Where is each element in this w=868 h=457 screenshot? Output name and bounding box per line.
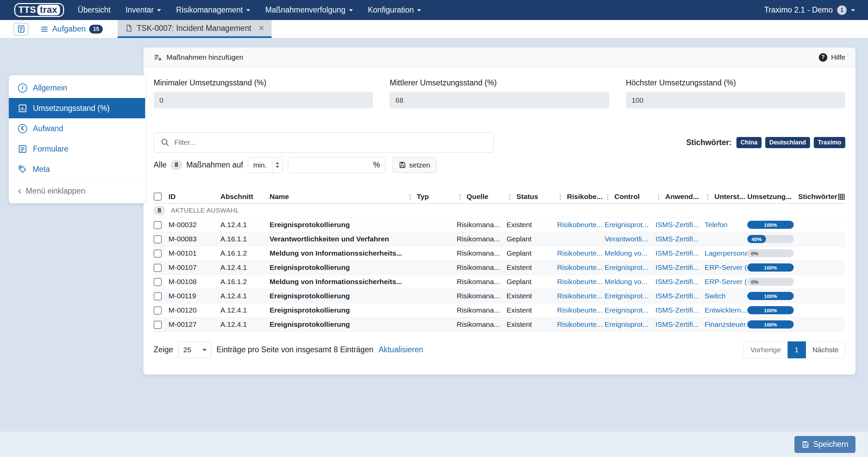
- keyword-tag[interactable]: Traximo: [814, 137, 845, 148]
- cell-risikobeurteilung-link[interactable]: Risikobeurte...: [557, 289, 605, 303]
- cell-control-link[interactable]: Ereignisprot...: [605, 218, 655, 232]
- col-control[interactable]: ⋮Control: [605, 190, 655, 203]
- sidebar-toggle-button[interactable]: [14, 23, 28, 36]
- col-abschnitt[interactable]: Abschnitt: [220, 190, 270, 203]
- cell-anwendbarkeit-link[interactable]: ISMS-Zertifi...: [655, 317, 705, 332]
- cell-control-link[interactable]: Meldung vo...: [605, 275, 655, 289]
- cell-anwendbarkeit-link[interactable]: ISMS-Zertifi...: [655, 303, 705, 317]
- menu-konfiguration[interactable]: Konfiguration: [360, 0, 429, 20]
- select-all-checkbox[interactable]: [154, 193, 162, 201]
- cell-risikobeurteilung-link[interactable]: Risikobeurte...: [557, 275, 605, 289]
- set-button[interactable]: setzen: [393, 157, 436, 173]
- col-name[interactable]: Name: [270, 190, 407, 203]
- table-row[interactable]: M-00108 A.16.1.2 Meldung von Information…: [154, 275, 845, 289]
- cell-risikobeurteilung-link[interactable]: Risikobeurte...: [557, 218, 605, 232]
- bulk-percent-input[interactable]: [288, 157, 373, 173]
- row-checkbox[interactable]: [154, 278, 162, 286]
- close-icon[interactable]: ×: [259, 23, 264, 33]
- app-logo[interactable]: TTStrax: [14, 3, 64, 17]
- menu-massnahmenverfolgung[interactable]: Maßnahmenverfolgung: [258, 0, 360, 20]
- col-quelle[interactable]: ⋮Quelle: [457, 190, 507, 203]
- tab-tsk-0007[interactable]: TSK-0007: Incident Management ×: [118, 20, 272, 38]
- spinner-icons[interactable]: [272, 157, 283, 173]
- table-row[interactable]: M-00120 A.12.4.1 Ereignisprotokollierung…: [154, 303, 845, 317]
- table-row[interactable]: M-00119 A.12.4.1 Ereignisprotokollierung…: [154, 289, 845, 303]
- column-drag-handle[interactable]: ⋮: [705, 193, 711, 200]
- bulk-mode-select[interactable]: min.: [248, 157, 283, 173]
- cell-unterstuetzung-link[interactable]: Lagerpersonal: [705, 246, 747, 260]
- cell-control-link[interactable]: Ereignisprot...: [605, 303, 655, 317]
- row-checkbox[interactable]: [154, 264, 162, 272]
- cell-risikobeurteilung-link[interactable]: Risikobeurte...: [557, 260, 605, 275]
- keyword-tag[interactable]: Deutschland: [765, 137, 810, 148]
- cell-unterstuetzung-link[interactable]: Finanzsteuer...: [705, 317, 747, 332]
- cell-anwendbarkeit-link[interactable]: ISMS-Zertifi...: [655, 218, 705, 232]
- save-button[interactable]: Speichern: [794, 436, 855, 453]
- column-drag-handle[interactable]: ⋮: [557, 193, 564, 200]
- table-row[interactable]: M-00032 A.12.4.1 Ereignisprotokollierung…: [154, 218, 845, 232]
- column-drag-handle[interactable]: ⋮: [605, 193, 611, 200]
- cell-unterstuetzung-link[interactable]: Entwicklern...: [705, 303, 747, 317]
- current-page-button[interactable]: 1: [788, 341, 806, 358]
- cell-unterstuetzung-link[interactable]: Telefon: [705, 218, 747, 232]
- refresh-link[interactable]: Aktualisieren: [378, 345, 423, 354]
- row-checkbox[interactable]: [154, 221, 162, 229]
- col-status[interactable]: ⋮Status: [507, 190, 557, 203]
- cell-control-link[interactable]: Ereignisprot...: [605, 317, 655, 332]
- menu-inventar[interactable]: Inventar: [118, 0, 169, 20]
- cell-anwendbarkeit-link[interactable]: ISMS-Zertifi...: [655, 246, 705, 260]
- cell-anwendbarkeit-link[interactable]: ISMS-Zertifi...: [655, 232, 705, 246]
- cell-unterstuetzung-link[interactable]: ERP-Server (...: [705, 260, 747, 275]
- cell-risikobeurteilung-link[interactable]: Risikobeurte...: [557, 303, 605, 317]
- menu-risikomanagement[interactable]: Risikomanagement: [169, 0, 258, 20]
- cell-unterstuetzung-link[interactable]: ERP-Server (...: [705, 275, 747, 289]
- column-drag-handle[interactable]: ⋮: [407, 193, 413, 200]
- column-drag-handle[interactable]: ⋮: [457, 193, 463, 200]
- next-page-button[interactable]: Nächste: [806, 341, 845, 358]
- col-risikobeurteilung[interactable]: ⋮Risikobe...: [557, 190, 605, 203]
- cell-control-link[interactable]: Ereignisprot...: [605, 289, 655, 303]
- cell-unterstuetzung-link[interactable]: Switch: [705, 289, 747, 303]
- sidebar-item-formulare[interactable]: Formulare: [9, 139, 145, 159]
- cell-anwendbarkeit-link[interactable]: ISMS-Zertifi...: [655, 260, 705, 275]
- column-settings-icon[interactable]: [837, 193, 845, 201]
- page-size-select[interactable]: 25: [178, 341, 212, 358]
- sidebar-collapse-button[interactable]: ‹ Menü einklappen: [9, 181, 145, 201]
- previous-page-button[interactable]: Vorherige: [744, 341, 788, 358]
- table-row[interactable]: M-00127 A.12.4.1 Ereignisprotokollierung…: [154, 317, 845, 332]
- column-drag-handle[interactable]: ⋮: [655, 193, 662, 200]
- help-button[interactable]: ? Hilfe: [819, 53, 845, 62]
- keyword-tag[interactable]: China: [736, 137, 762, 148]
- col-anwendbarkeit[interactable]: ⋮Anwend...: [655, 190, 705, 203]
- sidebar-item-meta[interactable]: Meta: [9, 159, 145, 179]
- table-row[interactable]: M-00083 A.16.1.1 Verantwortlichkeiten un…: [154, 232, 845, 246]
- row-checkbox[interactable]: [154, 292, 162, 300]
- cell-control-link[interactable]: Meldung vo...: [605, 246, 655, 260]
- add-measures-button[interactable]: Maßnahmen hinzufügen: [154, 53, 243, 62]
- cell-risikobeurteilung-link[interactable]: Risikobeurte...: [557, 246, 605, 260]
- col-typ[interactable]: ⋮Typ: [407, 190, 457, 203]
- cell-control-link[interactable]: Verantwortli...: [605, 232, 655, 246]
- cell-control-link[interactable]: Ereignisprot...: [605, 260, 655, 275]
- table-row[interactable]: M-00101 A.16.1.2 Meldung von Information…: [154, 246, 845, 260]
- cell-anwendbarkeit-link[interactable]: ISMS-Zertifi...: [655, 289, 705, 303]
- cell-risikobeurteilung-link[interactable]: Risikobeurte...: [557, 317, 605, 332]
- col-umsetzung[interactable]: Umsetzung...: [747, 190, 798, 203]
- row-checkbox[interactable]: [154, 306, 162, 315]
- cell-unterstuetzung-link[interactable]: [705, 232, 747, 246]
- cell-anwendbarkeit-link[interactable]: ISMS-Zertifi...: [655, 275, 705, 289]
- col-unterstuetzung[interactable]: ⋮Unterst...: [705, 190, 747, 203]
- row-checkbox[interactable]: [154, 235, 162, 243]
- sidebar-item-allgemein[interactable]: i Allgemein: [9, 78, 145, 98]
- tab-aufgaben[interactable]: Aufgaben 15: [40, 24, 103, 34]
- sidebar-item-umsetzungsstand[interactable]: Umsetzungsstand (%): [9, 98, 145, 118]
- col-stichwoerter[interactable]: Stichwörter: [798, 190, 845, 203]
- col-id[interactable]: ID: [169, 190, 220, 203]
- menu-uebersicht[interactable]: Übersicht: [70, 0, 118, 20]
- column-drag-handle[interactable]: ⋮: [507, 193, 513, 200]
- row-checkbox[interactable]: [154, 321, 162, 329]
- filter-input[interactable]: [154, 132, 494, 153]
- table-row[interactable]: M-00107 A.12.4.1 Ereignisprotokollierung…: [154, 260, 845, 275]
- cell-risikobeurteilung-link[interactable]: [557, 232, 605, 246]
- sidebar-item-aufwand[interactable]: € Aufwand: [9, 118, 145, 139]
